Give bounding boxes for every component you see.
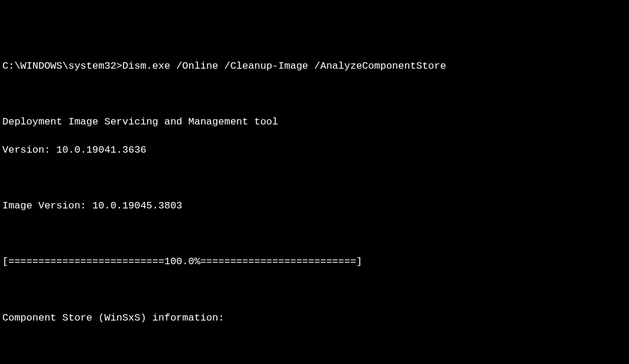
tool-title: Deployment Image Servicing and Managemen… xyxy=(2,115,627,129)
image-version-label: Image Version: xyxy=(2,200,92,211)
version-value: 10.0.19041.3636 xyxy=(56,144,146,156)
blank-line xyxy=(2,171,627,186)
section-header: Component Store (WinSxS) information: xyxy=(2,311,627,325)
tool-version-line: Version: 10.0.19041.3636 xyxy=(2,143,627,157)
blank-line xyxy=(2,283,627,297)
blank-line xyxy=(2,339,627,353)
command-text: Dism.exe /Online /Cleanup-Image /Analyze… xyxy=(122,60,446,72)
blank-line xyxy=(2,227,627,241)
image-version-value: 10.0.19045.3803 xyxy=(92,200,182,211)
blank-line xyxy=(2,87,627,102)
command-prompt-line[interactable]: C:\WINDOWS\system32>Dism.exe /Online /Cl… xyxy=(2,59,627,73)
version-label: Version: xyxy=(2,144,56,156)
image-version-line: Image Version: 10.0.19045.3803 xyxy=(2,199,627,213)
prompt-path: C:\WINDOWS\system32> xyxy=(2,60,122,72)
progress-bar: [==========================100.0%=======… xyxy=(2,255,627,269)
